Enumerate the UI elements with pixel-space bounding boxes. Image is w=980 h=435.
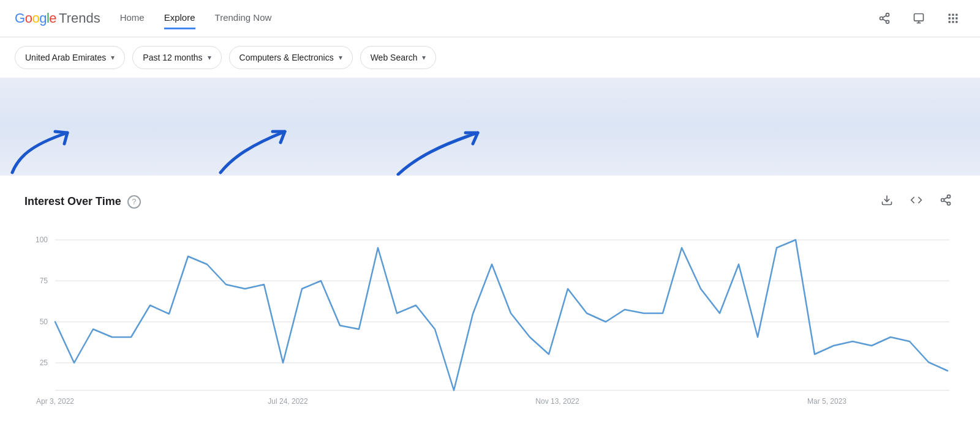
arrow-2 <box>221 132 285 173</box>
main-content: Interest Over Time ? <box>0 176 980 435</box>
google-trends-logo[interactable]: Google Trends <box>15 10 100 26</box>
svg-rect-15 <box>952 17 954 19</box>
time-filter[interactable]: Past 12 months ▾ <box>132 46 221 69</box>
svg-point-21 <box>948 195 951 198</box>
arrow-1 <box>12 132 67 173</box>
category-filter[interactable]: Computers & Electronics ▾ <box>229 46 353 69</box>
apps-icon[interactable] <box>941 6 965 31</box>
svg-rect-17 <box>949 21 951 23</box>
nav-explore[interactable]: Explore <box>164 7 195 29</box>
section-title: Interest Over Time <box>24 195 121 208</box>
search-type-filter-label: Web Search <box>371 53 418 62</box>
y-label-75: 75 <box>40 277 48 285</box>
search-type-filter[interactable]: Web Search ▾ <box>360 46 437 69</box>
y-label-50: 50 <box>40 318 48 326</box>
trends-wordmark: Trends <box>59 10 100 26</box>
x-label-mar: Mar 5, 2023 <box>807 397 846 406</box>
download-icon[interactable] <box>877 190 897 213</box>
svg-point-23 <box>948 202 951 205</box>
svg-rect-19 <box>956 21 957 23</box>
y-label-100: 100 <box>36 236 48 244</box>
svg-rect-5 <box>914 14 924 21</box>
svg-rect-11 <box>949 14 951 16</box>
annotation-area <box>0 78 980 176</box>
chart-line <box>55 240 948 390</box>
chart-share-icon[interactable] <box>936 190 956 213</box>
share-icon[interactable] <box>872 6 897 31</box>
region-filter[interactable]: United Arab Emirates ▾ <box>15 46 125 69</box>
annotation-svg <box>0 78 980 176</box>
filter-bar: United Arab Emirates ▾ Past 12 months ▾ … <box>0 37 980 78</box>
time-filter-label: Past 12 months <box>143 53 202 62</box>
svg-rect-14 <box>949 17 951 19</box>
y-label-25: 25 <box>40 359 48 367</box>
search-type-filter-arrow: ▾ <box>422 53 426 62</box>
x-label-apr: Apr 3, 2022 <box>36 397 74 406</box>
x-label-jul: Jul 24, 2022 <box>268 397 308 406</box>
google-wordmark: Google <box>15 10 56 26</box>
svg-line-4 <box>883 15 886 17</box>
category-filter-label: Computers & Electronics <box>239 53 334 62</box>
header-actions <box>872 6 965 31</box>
x-label-nov: Nov 13, 2022 <box>535 397 579 406</box>
help-icon[interactable]: ? <box>127 195 141 209</box>
region-filter-label: United Arab Emirates <box>25 53 106 62</box>
svg-line-3 <box>883 19 886 21</box>
svg-rect-12 <box>952 14 954 16</box>
svg-rect-13 <box>956 14 957 16</box>
section-header: Interest Over Time ? <box>24 190 956 213</box>
svg-rect-18 <box>952 21 954 23</box>
svg-point-0 <box>886 13 889 17</box>
category-filter-arrow: ▾ <box>339 53 342 62</box>
time-filter-arrow: ▾ <box>208 53 211 62</box>
feedback-icon[interactable] <box>907 6 931 31</box>
nav-home[interactable]: Home <box>120 7 145 29</box>
section-title-group: Interest Over Time ? <box>24 195 141 209</box>
chart-svg: 100 75 50 25 Apr 3, 2022 Jul 24, 2022 No… <box>24 225 956 421</box>
region-filter-arrow: ▾ <box>111 53 115 62</box>
svg-point-22 <box>941 199 944 202</box>
section-actions <box>877 190 956 213</box>
svg-line-25 <box>944 197 948 199</box>
svg-point-2 <box>886 20 889 23</box>
chart-container: 100 75 50 25 Apr 3, 2022 Jul 24, 2022 No… <box>24 225 956 421</box>
svg-point-1 <box>880 17 883 20</box>
arrow-3 <box>398 133 478 174</box>
embed-icon[interactable] <box>907 190 926 213</box>
header: Google Trends Home Explore Trending Now <box>0 0 980 37</box>
svg-rect-16 <box>956 17 957 19</box>
svg-line-24 <box>944 201 948 203</box>
main-nav: Home Explore Trending Now <box>120 7 872 29</box>
nav-trending-now[interactable]: Trending Now <box>215 7 272 29</box>
